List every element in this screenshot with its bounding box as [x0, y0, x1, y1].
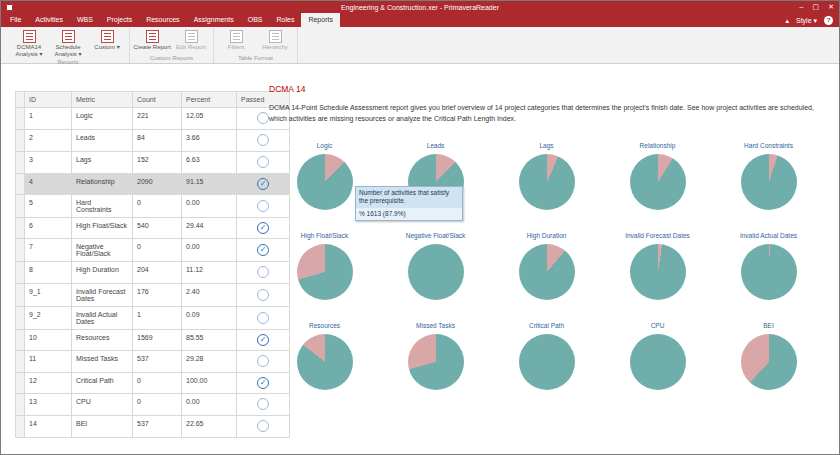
- column-header-id[interactable]: ID: [25, 92, 72, 108]
- cell-count: 152: [133, 152, 182, 174]
- row-selector-header: [16, 92, 25, 108]
- tab-activities[interactable]: Activities: [28, 13, 70, 27]
- cell-id: 3: [25, 152, 72, 174]
- row-selector[interactable]: [16, 373, 25, 394]
- pie-chart-label: Negative Float/Slack: [380, 232, 491, 239]
- table-row[interactable]: 3Lags1526.63: [16, 152, 290, 174]
- cell-percent: 0.09: [182, 307, 237, 330]
- pie-icon[interactable]: [408, 244, 464, 300]
- ribbon-button-label: DCMA14 Analysis ▾: [10, 44, 48, 58]
- tab-file[interactable]: File: [3, 13, 28, 27]
- column-header-percent[interactable]: Percent: [182, 92, 237, 108]
- row-selector[interactable]: [16, 152, 25, 174]
- row-selector[interactable]: [16, 351, 25, 373]
- tab-assignments[interactable]: Assignments: [187, 13, 241, 27]
- pie-icon[interactable]: [519, 244, 575, 300]
- tab-roles[interactable]: Roles: [270, 13, 302, 27]
- table-row[interactable]: 9_1Invalid Forecast Dates1762.40: [16, 284, 290, 307]
- pie-icon[interactable]: [741, 154, 797, 210]
- table-row[interactable]: 9_2Invalid Actual Dates10.09: [16, 307, 290, 330]
- row-selector[interactable]: [16, 330, 25, 351]
- pie-chart-label: Leads: [380, 142, 491, 149]
- pie-icon[interactable]: [741, 244, 797, 300]
- tab-resources[interactable]: Resources: [139, 13, 186, 27]
- table-row[interactable]: 2Leads843.66: [16, 130, 290, 152]
- cell-count: 0: [133, 239, 182, 262]
- row-selector[interactable]: [16, 108, 25, 130]
- table-row[interactable]: 6High Float/Slack54029.44✓: [16, 218, 290, 239]
- cell-metric: Relationship: [72, 174, 133, 195]
- passed-empty-icon: [257, 134, 269, 146]
- pie-icon[interactable]: [297, 244, 353, 300]
- row-selector[interactable]: [16, 262, 25, 284]
- app-window: Engineering & Construction.xer - Primave…: [0, 0, 840, 455]
- cell-percent: 100.00: [182, 373, 237, 394]
- cell-id: 8: [25, 262, 72, 284]
- row-selector[interactable]: [16, 195, 25, 218]
- tab-obs[interactable]: OBS: [241, 13, 270, 27]
- custom-report-icon: [101, 30, 114, 43]
- style-dropdown[interactable]: Style ▾: [796, 17, 817, 25]
- pie-chart-label: Relationship: [602, 142, 713, 149]
- column-header-count[interactable]: Count: [133, 92, 182, 108]
- help-icon[interactable]: ?: [824, 16, 833, 25]
- column-header-metric[interactable]: Metric: [72, 92, 133, 108]
- cell-id: 14: [25, 416, 72, 438]
- minimize-button[interactable]: –: [800, 1, 804, 13]
- filters-icon: [230, 30, 243, 43]
- tab-wbs[interactable]: WBS: [70, 13, 100, 27]
- row-selector[interactable]: [16, 130, 25, 152]
- tooltip-text: Number of activities that satisfy the pr…: [356, 187, 462, 208]
- cell-percent: 0.00: [182, 239, 237, 262]
- passed-empty-icon: [257, 200, 269, 212]
- table-row[interactable]: 5Hard Constraints00.00: [16, 195, 290, 218]
- create-report-button[interactable]: Create Report: [133, 28, 171, 54]
- pie-chart-high-duration: High Duration: [491, 232, 602, 322]
- pie-icon[interactable]: [630, 154, 686, 210]
- table-row[interactable]: 7Negative Float/Slack00.00✓: [16, 239, 290, 262]
- window-controls: – ▢ ✕: [800, 1, 834, 13]
- cell-id: 12: [25, 373, 72, 394]
- tab-reports[interactable]: Reports: [301, 13, 340, 27]
- row-selector[interactable]: [16, 218, 25, 239]
- pie-icon[interactable]: [297, 334, 353, 390]
- custom-button[interactable]: Custom ▾: [88, 28, 126, 58]
- table-row[interactable]: 11Missed Tasks53729.28: [16, 351, 290, 373]
- collapse-ribbon-icon[interactable]: ▴: [785, 17, 789, 25]
- table-row[interactable]: 14BEI53722.65: [16, 416, 290, 438]
- cell-percent: 29.44: [182, 218, 237, 239]
- row-selector[interactable]: [16, 284, 25, 307]
- cell-id: 2: [25, 130, 72, 152]
- cell-percent: 85.55: [182, 330, 237, 351]
- maximize-button[interactable]: ▢: [813, 1, 820, 13]
- table-row[interactable]: 8High Duration20411.12: [16, 262, 290, 284]
- dcma14-analysis-button[interactable]: DCMA14 Analysis ▾: [10, 28, 48, 58]
- pie-icon[interactable]: [741, 334, 797, 390]
- pie-icon[interactable]: [519, 154, 575, 210]
- row-selector[interactable]: [16, 416, 25, 438]
- table-row[interactable]: 12Critical Path0100.00✓: [16, 373, 290, 394]
- pie-icon[interactable]: [630, 244, 686, 300]
- pie-icon[interactable]: [297, 154, 353, 210]
- pie-icon[interactable]: [408, 334, 464, 390]
- cell-percent: 12.05: [182, 108, 237, 130]
- menubar: FileActivitiesWBSProjectsResourcesAssign…: [1, 13, 839, 27]
- table-row[interactable]: 10Resources156985.55✓: [16, 330, 290, 351]
- tab-projects[interactable]: Projects: [100, 13, 139, 27]
- table-row[interactable]: 4Relationship209091.15✓: [16, 174, 290, 195]
- pie-chart-label: Hard Constraints: [713, 142, 824, 149]
- close-button[interactable]: ✕: [828, 1, 834, 13]
- pie-icon[interactable]: [519, 334, 575, 390]
- row-selector[interactable]: [16, 239, 25, 262]
- table-row[interactable]: 1Logic22112.05: [16, 108, 290, 130]
- row-selector[interactable]: [16, 394, 25, 416]
- row-selector[interactable]: [16, 174, 25, 195]
- dcma-metrics-table: IDMetricCountPercentPassed 1Logic22112.0…: [15, 91, 290, 438]
- cell-count: 540: [133, 218, 182, 239]
- pie-icon[interactable]: [630, 334, 686, 390]
- table-row[interactable]: 13CPU00.00: [16, 394, 290, 416]
- row-selector[interactable]: [16, 307, 25, 330]
- schedule-analysis-button[interactable]: Schedule Analysis ▾: [49, 28, 87, 58]
- style-dropdown-label: Style: [796, 17, 812, 24]
- hierarchy-button: Hierarchy: [256, 28, 294, 54]
